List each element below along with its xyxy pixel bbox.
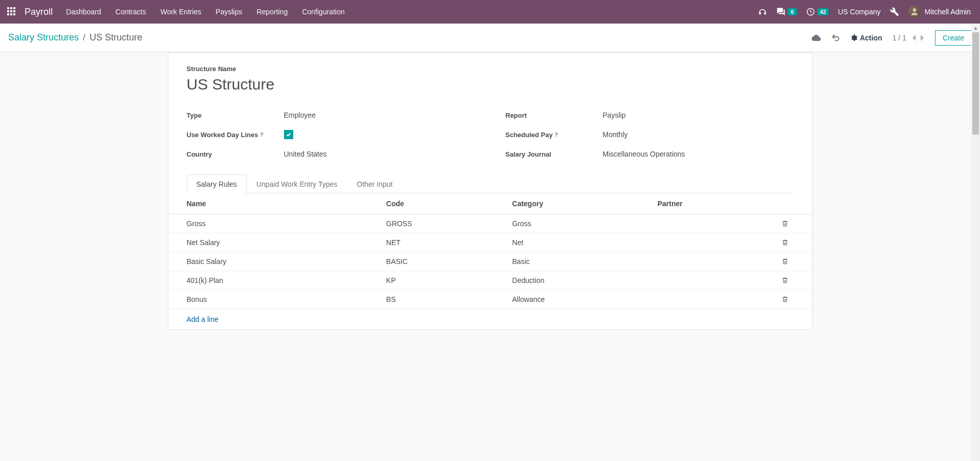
- tab-unpaid-work-entry-types[interactable]: Unpaid Work Entry Types: [247, 174, 347, 193]
- nav-configuration[interactable]: Configuration: [302, 8, 344, 16]
- scrollbar-up-arrow[interactable]: ▲: [971, 24, 980, 32]
- checkbox-checked[interactable]: [284, 130, 293, 139]
- pager-prev[interactable]: [911, 34, 917, 41]
- nav-dashboard[interactable]: Dashboard: [66, 8, 101, 16]
- cell-name: Net Salary: [168, 233, 386, 252]
- field-label: Salary Journal: [506, 150, 603, 158]
- form-sheet: Structure Name US Structure TypeEmployee…: [168, 52, 813, 330]
- table-row[interactable]: 401(k) PlanKPDeduction: [168, 271, 812, 290]
- field-use-worked-day-lines: Use Worked Day Lines?: [187, 125, 475, 144]
- field-country: CountryUnited States: [187, 144, 475, 164]
- field-scheduled-pay: Scheduled Pay?Monthly: [506, 125, 794, 144]
- cell-name: Gross: [168, 214, 386, 233]
- app-name[interactable]: Payroll: [25, 7, 53, 17]
- structure-name-label: Structure Name: [187, 65, 794, 73]
- tabs: Salary RulesUnpaid Work Entry TypesOther…: [187, 174, 794, 193]
- svg-point-1: [912, 8, 916, 12]
- tab-salary-rules[interactable]: Salary Rules: [187, 174, 247, 193]
- cell-delete: [781, 290, 812, 309]
- th-partner[interactable]: Partner: [658, 193, 781, 214]
- table-row[interactable]: BonusBSAllowance: [168, 290, 812, 309]
- cell-code: NET: [386, 233, 512, 252]
- cell-partner: [658, 290, 781, 309]
- table-row[interactable]: Net SalaryNETNet: [168, 233, 812, 252]
- cell-category: Allowance: [512, 290, 658, 309]
- cell-name: Basic Salary: [168, 252, 386, 271]
- cell-delete: [781, 271, 812, 290]
- cell-name: Bonus: [168, 290, 386, 309]
- scrollbar[interactable]: ▲: [971, 24, 980, 330]
- apps-icon[interactable]: [7, 7, 16, 16]
- table-wrap: NameCodeCategoryPartner GrossGROSSGrossN…: [168, 193, 812, 330]
- action-button[interactable]: Action: [851, 34, 882, 42]
- company-switcher[interactable]: US Company: [838, 8, 880, 16]
- toolbar-actions: Action 1 / 1 Create: [812, 30, 972, 46]
- field-type: TypeEmployee: [187, 105, 475, 125]
- toolbar: Salary Structures / US Structure Action …: [0, 24, 980, 52]
- undo-icon[interactable]: [831, 33, 840, 42]
- cell-partner: [658, 252, 781, 271]
- cell-category: Basic: [512, 252, 658, 271]
- cell-category: Net: [512, 233, 658, 252]
- scrollbar-thumb[interactable]: [972, 32, 979, 135]
- breadcrumb-separator: /: [83, 32, 85, 43]
- cell-delete: [781, 233, 812, 252]
- nav-payslips[interactable]: Payslips: [215, 8, 242, 16]
- cell-category: Gross: [512, 214, 658, 233]
- trash-icon[interactable]: [781, 220, 794, 227]
- add-line-button[interactable]: Add a line: [168, 309, 812, 330]
- cell-name: 401(k) Plan: [168, 271, 386, 290]
- cell-code: GROSS: [386, 214, 512, 233]
- field-value: [284, 130, 293, 139]
- cell-delete: [781, 252, 812, 271]
- activities-icon[interactable]: 42: [806, 7, 829, 16]
- trash-icon[interactable]: [781, 296, 794, 303]
- user-name: Mitchell Admin: [925, 8, 971, 16]
- activities-badge: 42: [817, 8, 829, 15]
- tools-icon[interactable]: [890, 7, 899, 16]
- cell-code: KP: [386, 271, 512, 290]
- field-value: Monthly: [603, 130, 628, 139]
- pager-next[interactable]: [920, 34, 925, 41]
- nav-work-entries[interactable]: Work Entries: [160, 8, 201, 16]
- create-button[interactable]: Create: [935, 30, 972, 46]
- action-label: Action: [860, 34, 882, 42]
- help-icon[interactable]: ?: [555, 132, 558, 138]
- pager-text: 1 / 1: [892, 34, 906, 42]
- nav-contracts[interactable]: Contracts: [116, 8, 146, 16]
- cell-code: BASIC: [386, 252, 512, 271]
- field-label: Country: [187, 150, 284, 158]
- th-name[interactable]: Name: [168, 193, 386, 214]
- cloud-icon[interactable]: [812, 33, 821, 42]
- cell-partner: [658, 271, 781, 290]
- cell-partner: [658, 233, 781, 252]
- company-name: US Company: [838, 8, 880, 16]
- table-row[interactable]: GrossGROSSGross: [168, 214, 812, 233]
- help-icon[interactable]: ?: [260, 132, 263, 138]
- support-icon[interactable]: [758, 7, 767, 16]
- th-category[interactable]: Category: [512, 193, 658, 214]
- topbar-left: Payroll DashboardContractsWork EntriesPa…: [4, 7, 344, 17]
- field-value: Miscellaneous Operations: [603, 150, 685, 158]
- cell-delete: [781, 214, 812, 233]
- messages-icon[interactable]: 6: [776, 7, 797, 16]
- trash-icon[interactable]: [781, 239, 794, 246]
- cell-category: Deduction: [512, 271, 658, 290]
- avatar: [908, 6, 921, 18]
- breadcrumb-parent[interactable]: Salary Structures: [8, 32, 79, 43]
- field-value: Employee: [284, 111, 316, 119]
- messages-badge: 6: [788, 8, 797, 15]
- trash-icon[interactable]: [781, 277, 794, 284]
- tab-other-input[interactable]: Other Input: [347, 174, 402, 193]
- th-code[interactable]: Code: [386, 193, 512, 214]
- trash-icon[interactable]: [781, 258, 794, 265]
- th-actions: [781, 193, 812, 214]
- record-title: US Structure: [187, 76, 794, 93]
- content: Structure Name US Structure TypeEmployee…: [132, 52, 848, 330]
- field-report: ReportPayslip: [506, 105, 794, 125]
- field-label: Use Worked Day Lines?: [187, 131, 284, 139]
- table-row[interactable]: Basic SalaryBASICBasic: [168, 252, 812, 271]
- breadcrumb: Salary Structures / US Structure: [8, 32, 142, 43]
- user-menu[interactable]: Mitchell Admin: [908, 6, 971, 18]
- nav-reporting[interactable]: Reporting: [256, 8, 288, 16]
